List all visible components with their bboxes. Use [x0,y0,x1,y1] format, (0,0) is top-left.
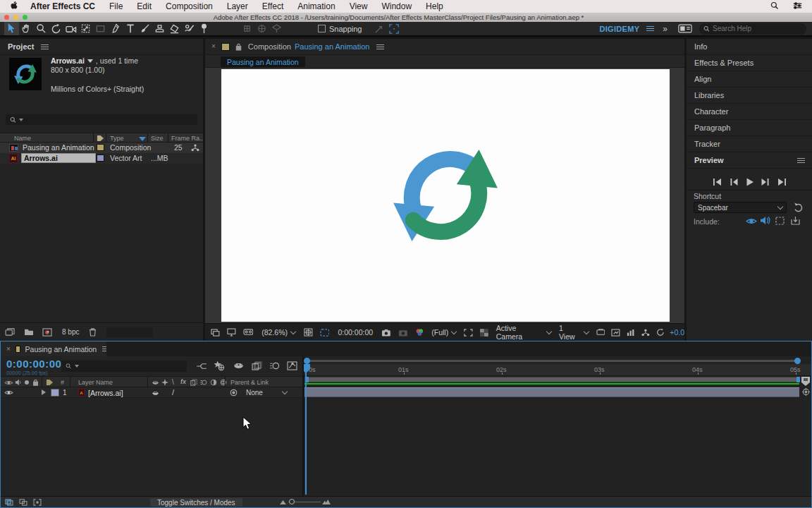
refresh-icon[interactable] [656,328,665,337]
snap-grid-icon[interactable] [387,22,402,35]
always-preview-icon[interactable] [211,329,220,337]
expand-transfer-controls-icon[interactable] [19,499,27,506]
menu-edit[interactable]: Edit [130,1,159,11]
last-frame-button[interactable] [777,178,787,186]
timeline-zoom-knob[interactable] [289,499,295,504]
menu-layer[interactable]: Layer [220,1,255,11]
item-dropdown-arrow-icon[interactable] [87,59,93,63]
view-axis-mode-icon[interactable] [269,22,284,35]
toggle-switches-modes-button[interactable]: Toggle Switches / Modes [150,498,242,507]
flowchart-icon[interactable] [191,144,199,152]
work-area-bar[interactable] [304,377,799,382]
pixel-aspect-icon[interactable] [627,329,635,337]
menu-animation[interactable]: Animation [290,1,342,11]
panel-tab-align[interactable]: Align [687,71,812,87]
layer-duration-bar[interactable] [304,387,799,397]
region-of-interest-icon[interactable] [464,329,473,337]
camera-select[interactable]: Active Camera [496,324,551,341]
new-folder-icon[interactable] [24,328,34,336]
navigator-end-handle[interactable] [794,358,801,364]
layer-shy-toggle[interactable] [152,390,159,397]
mask-visibility-icon[interactable] [320,329,330,337]
pen-tool[interactable] [108,22,123,35]
control-center-icon[interactable] [786,1,812,11]
menu-window[interactable]: Window [374,1,419,11]
panel-tab-effects-presets[interactable]: Effects & Presets [687,55,812,71]
magnification-select[interactable]: (82.6%) [262,328,295,337]
comp-current-time[interactable]: 0:00:00:00 [338,328,373,337]
pan-behind-tool[interactable] [78,22,93,35]
layer-expand-arrow[interactable] [42,389,46,395]
transparency-grid-icon[interactable] [480,329,488,337]
project-panel-header[interactable]: Project [0,39,203,55]
timeline-tab[interactable]: × Pausing an Animation [1,341,106,356]
comp-marker-bin-icon[interactable] [801,377,810,386]
label-color-khaki[interactable] [97,144,104,151]
reset-icon[interactable] [794,202,804,212]
panel-tab-tracker[interactable]: Tracker [687,136,812,152]
draft-3d-icon[interactable] [214,361,225,371]
parent-link-select[interactable]: None [242,388,290,397]
close-window-button[interactable] [4,15,9,20]
viewer-tab[interactable]: Pausing an Animation [221,56,305,67]
show-snapshot-icon[interactable] [398,329,408,337]
parent-pickwhip-icon[interactable] [230,389,238,397]
resolution-select[interactable]: (Full) [431,328,456,337]
new-composition-icon[interactable] [42,328,52,337]
zoom-window-button[interactable] [23,15,27,20]
exposure-value[interactable]: +0.0 [670,328,684,337]
search-dropdown-arrow-icon[interactable] [19,119,23,121]
navigator-start-handle[interactable] [304,358,310,364]
eraser-tool[interactable] [167,22,182,35]
menu-view[interactable]: View [343,1,375,11]
grid-guides-icon[interactable] [304,328,313,337]
comp-mini-flowchart-icon[interactable] [196,362,207,370]
panel-tab-libraries[interactable]: Libraries [687,87,812,104]
text-tool[interactable] [123,22,137,35]
world-axis-mode-icon[interactable] [254,22,269,35]
include-overlays-icon[interactable] [775,217,785,225]
panel-tab-preview[interactable]: Preview [687,152,812,169]
panel-tab-paragraph[interactable]: Paragraph [687,120,812,136]
brush-tool[interactable] [137,22,152,35]
snapping-checkbox[interactable] [318,25,326,32]
spotlight-search-icon[interactable] [763,1,786,12]
vr-goggles-icon[interactable] [243,329,254,336]
rectangle-tool[interactable] [93,22,108,35]
local-axis-mode-icon[interactable] [240,22,254,35]
main-monitor-icon[interactable] [227,328,236,337]
include-video-icon[interactable] [746,217,757,225]
menu-help[interactable]: Help [419,1,450,11]
zoom-tool[interactable] [34,22,49,35]
previous-frame-button[interactable] [728,178,739,186]
minimize-window-button[interactable] [13,15,18,20]
playhead-line[interactable] [305,364,307,495]
sort-direction-icon[interactable] [139,137,146,141]
layer-name[interactable]: [Arrows.ai] [88,389,123,397]
apple-menu-icon[interactable] [0,1,23,12]
preview-limit-icon[interactable] [611,329,620,337]
timeline-search-field[interactable] [61,361,187,372]
project-search-input[interactable] [26,116,193,123]
search-dropdown-arrow-icon[interactable] [75,365,79,368]
panel-tab-info[interactable]: Info [687,39,812,55]
work-area-end-handle[interactable] [796,377,800,382]
first-frame-button[interactable] [712,178,722,186]
clone-stamp-tool[interactable] [152,22,167,35]
viewer-pasteboard[interactable] [205,68,684,323]
panel-tab-character[interactable]: Character [687,104,812,120]
channels-icon[interactable] [415,328,424,337]
menu-composition[interactable]: Composition [159,1,220,11]
project-search-field[interactable] [6,114,197,125]
timeline-panel-menu-icon[interactable] [102,346,106,351]
hide-shy-layers-icon[interactable] [233,361,244,370]
comp-button-icon[interactable] [802,388,810,396]
timeline-current-time[interactable]: 0:00:00:00 [6,358,61,370]
project-row-footage[interactable]: Ai Arrows.ai Vector Art ...MB [0,153,203,164]
bpc-indicator[interactable]: 8 bpc [62,328,79,336]
workspace-menu-icon[interactable] [646,26,654,31]
help-search-input[interactable] [713,25,802,32]
menu-effect[interactable]: Effect [255,1,290,11]
composition-tab[interactable]: × Composition Pausing an Animation [205,39,684,55]
label-color-lavender[interactable] [97,155,104,162]
